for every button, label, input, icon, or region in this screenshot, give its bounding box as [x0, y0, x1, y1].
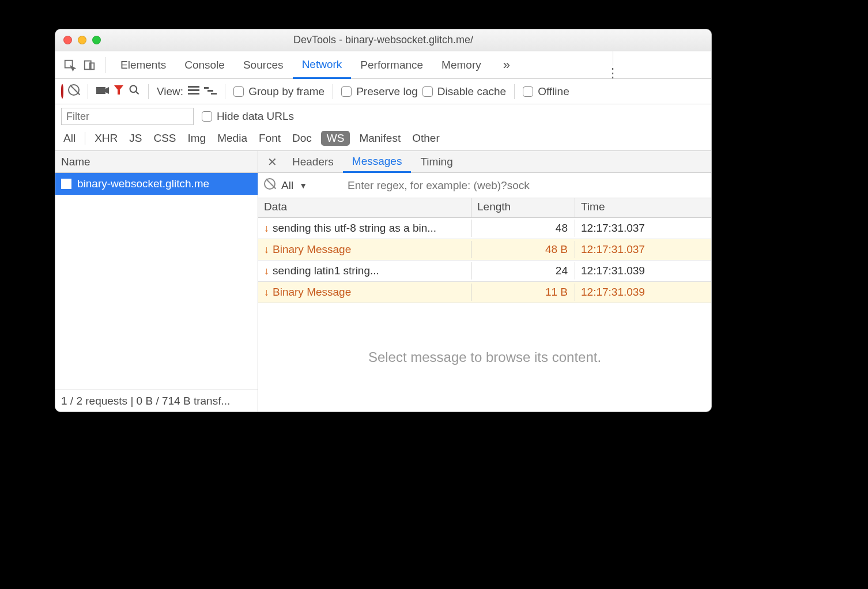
- filter-section: Hide data URLs All XHR JS CSS Img Media …: [55, 104, 711, 151]
- message-length: 48 B: [471, 241, 575, 258]
- overview-icon[interactable]: [204, 85, 217, 98]
- message-row[interactable]: ↓sending this utf-8 string as a bin...48…: [258, 218, 711, 239]
- messages-toolbar: All ▼: [258, 173, 711, 198]
- message-row[interactable]: ↓sending latin1 string...2412:17:31.039: [258, 260, 711, 282]
- messages-table-header: Data Length Time: [258, 198, 711, 218]
- preserve-log-label: Preserve log: [356, 85, 418, 98]
- message-data: sending this utf-8 string as a bin...: [273, 222, 436, 235]
- type-xhr[interactable]: XHR: [92, 131, 120, 146]
- message-time: 12:17:31.037: [575, 241, 711, 258]
- detail-tab-bar: ✕ Headers Messages Timing: [258, 151, 711, 173]
- device-toolbar-icon[interactable]: [80, 55, 99, 75]
- separator: [148, 84, 149, 99]
- type-doc[interactable]: Doc: [290, 131, 314, 146]
- separator: [88, 84, 88, 99]
- tab-sources[interactable]: Sources: [234, 51, 293, 79]
- separator: [613, 50, 613, 66]
- capture-screenshots-icon[interactable]: [96, 85, 109, 98]
- type-manifest[interactable]: Manifest: [357, 131, 403, 146]
- clear-messages-button[interactable]: [264, 178, 276, 192]
- type-font[interactable]: Font: [256, 131, 283, 146]
- filter-input[interactable]: [61, 108, 194, 125]
- svg-rect-9: [188, 93, 199, 95]
- svg-rect-7: [188, 86, 199, 88]
- request-list: Name binary-websocket.glitch.me 1 / 2 re…: [55, 151, 258, 411]
- separator: [225, 84, 225, 99]
- request-type-icon: [61, 179, 71, 189]
- request-type-filter: All XHR JS CSS Img Media Font Doc WS Man…: [55, 129, 711, 150]
- detail-tab-messages[interactable]: Messages: [343, 151, 412, 173]
- svg-rect-3: [96, 87, 105, 94]
- svg-rect-11: [207, 90, 213, 92]
- request-name: binary-websocket.glitch.me: [77, 178, 209, 190]
- message-length: 24: [471, 262, 575, 280]
- svg-marker-4: [105, 87, 109, 94]
- tab-console[interactable]: Console: [175, 51, 234, 79]
- separator: [85, 132, 85, 145]
- message-content-placeholder: Select message to browse its content.: [258, 303, 711, 411]
- message-length: 48: [471, 220, 575, 237]
- inspect-element-icon[interactable]: [60, 55, 80, 75]
- separator: [333, 84, 333, 99]
- arrow-down-icon: ↓: [264, 222, 269, 235]
- clear-button[interactable]: [68, 84, 80, 99]
- large-rows-icon[interactable]: [188, 85, 199, 98]
- view-label: View:: [157, 85, 183, 98]
- settings-kebab-icon[interactable]: ⋮: [601, 66, 625, 81]
- tab-performance[interactable]: Performance: [351, 51, 432, 79]
- disable-cache-label: Disable cache: [437, 85, 506, 98]
- col-data-header[interactable]: Data: [258, 198, 471, 217]
- network-body: Name binary-websocket.glitch.me 1 / 2 re…: [55, 151, 711, 411]
- message-time: 12:17:31.037: [575, 220, 711, 237]
- offline-checkbox[interactable]: Offline: [523, 85, 569, 98]
- request-row[interactable]: binary-websocket.glitch.me: [55, 173, 258, 195]
- svg-line-6: [136, 92, 139, 95]
- search-icon[interactable]: [129, 84, 140, 99]
- message-row[interactable]: ↓Binary Message48 B12:17:31.037: [258, 239, 711, 260]
- filter-icon[interactable]: [114, 85, 124, 98]
- tab-network[interactable]: Network: [293, 51, 352, 79]
- message-time: 12:17:31.039: [575, 262, 711, 280]
- group-by-frame-checkbox[interactable]: Group by frame: [233, 85, 324, 98]
- tab-memory[interactable]: Memory: [432, 51, 490, 79]
- arrow-down-icon: ↓: [264, 244, 269, 256]
- disable-cache-checkbox[interactable]: Disable cache: [422, 85, 506, 98]
- message-row[interactable]: ↓Binary Message11 B12:17:31.039: [258, 282, 711, 303]
- network-toolbar: View: Group by frame Preserve log Disabl…: [55, 79, 711, 104]
- col-length-header[interactable]: Length: [471, 198, 575, 217]
- type-other[interactable]: Other: [410, 131, 442, 146]
- message-data: Binary Message: [273, 286, 351, 299]
- offline-label: Offline: [538, 85, 569, 98]
- detail-tab-timing[interactable]: Timing: [411, 151, 462, 173]
- type-js[interactable]: JS: [127, 131, 144, 146]
- hide-data-urls-label: Hide data URLs: [217, 110, 294, 123]
- message-type-dropdown-label: All: [281, 179, 293, 192]
- col-time-header[interactable]: Time: [575, 198, 711, 217]
- type-img[interactable]: Img: [186, 131, 209, 146]
- close-details-button[interactable]: ✕: [262, 155, 283, 169]
- type-ws[interactable]: WS: [321, 131, 350, 146]
- chevron-down-icon: ▼: [299, 181, 307, 190]
- window-title: DevTools - binary-websocket.glitch.me/: [55, 34, 711, 46]
- regex-filter-input[interactable]: [348, 177, 705, 194]
- svg-rect-10: [204, 87, 209, 89]
- tab-elements[interactable]: Elements: [111, 51, 175, 79]
- devtools-window: DevTools - binary-websocket.glitch.me/ E…: [55, 29, 712, 412]
- arrow-down-icon: ↓: [264, 286, 269, 299]
- type-all[interactable]: All: [61, 131, 78, 146]
- message-type-dropdown[interactable]: All ▼: [281, 179, 342, 192]
- type-media[interactable]: Media: [215, 131, 250, 146]
- svg-rect-12: [211, 93, 217, 95]
- hide-data-urls-checkbox[interactable]: Hide data URLs: [202, 110, 294, 123]
- record-button[interactable]: [61, 85, 63, 98]
- separator: [105, 57, 105, 73]
- detail-tab-headers[interactable]: Headers: [283, 151, 343, 173]
- separator: [514, 84, 515, 99]
- type-css[interactable]: CSS: [151, 131, 178, 146]
- preserve-log-checkbox[interactable]: Preserve log: [341, 85, 418, 98]
- tabs-overflow-button[interactable]: »: [494, 51, 519, 79]
- request-details: ✕ Headers Messages Timing All ▼ Data Len…: [258, 151, 711, 411]
- group-by-frame-label: Group by frame: [248, 85, 324, 98]
- message-data: Binary Message: [273, 243, 351, 256]
- name-column-header[interactable]: Name: [55, 151, 258, 173]
